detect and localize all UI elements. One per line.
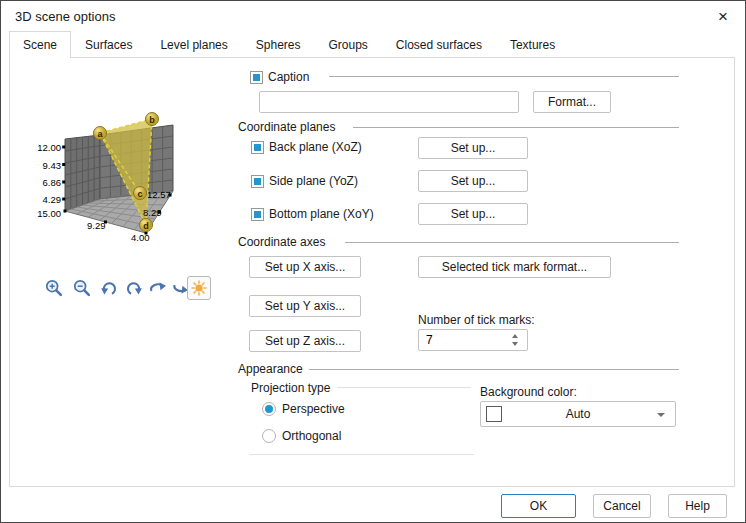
- setup-x-axis-button[interactable]: Set up X axis...: [249, 256, 361, 278]
- tick-count-input[interactable]: [419, 330, 506, 350]
- rotate-right-button[interactable]: [123, 277, 145, 299]
- orthogonal-radio[interactable]: [262, 429, 276, 443]
- tab-groups[interactable]: Groups: [314, 31, 381, 58]
- format-button[interactable]: Format...: [533, 91, 611, 113]
- z-axis-tick-label: 6.86: [43, 177, 62, 188]
- zoom-in-button[interactable]: [43, 277, 65, 299]
- rotate-left-button[interactable]: [98, 277, 120, 299]
- spinner-up-icon[interactable]: [512, 334, 518, 338]
- back-plane-setup-button[interactable]: Set up...: [418, 137, 528, 159]
- rotate-forward-icon: [148, 278, 168, 298]
- caption-checkbox[interactable]: [250, 71, 263, 84]
- x-axis-tick-label: 4.00: [131, 232, 150, 243]
- rotate-forward-button[interactable]: [147, 277, 169, 299]
- back-plane-checkbox[interactable]: [251, 141, 264, 154]
- tab-scene[interactable]: Scene: [9, 31, 71, 58]
- light-toggle-button[interactable]: [187, 276, 211, 300]
- tab-surfaces[interactable]: Surfaces: [71, 31, 146, 58]
- dialog-title: 3D scene options: [15, 9, 115, 24]
- x-axis-tick-label: 9.29: [87, 220, 106, 231]
- z-axis-tick-label: 4.29: [43, 194, 62, 205]
- vertex-label-d: d: [143, 221, 149, 231]
- zoom-out-icon: [72, 278, 92, 298]
- rotate-left-icon: [99, 278, 119, 298]
- background-color-dropdown[interactable]: Auto: [480, 401, 676, 427]
- vertex-label-b: b: [149, 115, 155, 125]
- zoom-out-button[interactable]: [71, 277, 93, 299]
- x-axis-tick-label: 15.00: [37, 208, 61, 219]
- tab-bar: Scene Surfaces Level planes Spheres Grou…: [9, 31, 569, 58]
- close-icon: ×: [718, 7, 728, 26]
- y-axis-tick-label: 8.29: [143, 207, 162, 218]
- spinner-down-icon[interactable]: [512, 342, 518, 346]
- help-button[interactable]: Help: [668, 494, 727, 518]
- cancel-button[interactable]: Cancel: [593, 494, 651, 518]
- z-axis-tick-label: 12.00: [37, 142, 61, 153]
- scene-preview[interactable]: 12.00 9.43 6.86 4.29 15.00 9.29 4.00 12.…: [19, 96, 199, 246]
- tab-level-planes[interactable]: Level planes: [146, 31, 241, 58]
- tab-textures[interactable]: Textures: [496, 31, 569, 58]
- perspective-radio[interactable]: [262, 402, 276, 416]
- 3d-scene-options-dialog: 3D scene options × Scene Surfaces Level …: [0, 0, 746, 523]
- bottom-plane-checkbox[interactable]: [251, 208, 264, 221]
- light-icon: [189, 278, 209, 298]
- side-plane-setup-button[interactable]: Set up...: [418, 170, 528, 192]
- setup-z-axis-button[interactable]: Set up Z axis...: [249, 330, 361, 352]
- tab-spheres[interactable]: Spheres: [242, 31, 315, 58]
- zoom-in-icon: [44, 278, 64, 298]
- bottom-plane-setup-button[interactable]: Set up...: [418, 203, 528, 225]
- vertex-label-c: c: [137, 189, 142, 199]
- ok-button[interactable]: OK: [501, 494, 576, 518]
- tick-count-spinner: [418, 329, 528, 351]
- tab-closed-surfaces[interactable]: Closed surfaces: [382, 31, 496, 58]
- setup-y-axis-button[interactable]: Set up Y axis...: [249, 295, 361, 317]
- z-axis-tick-label: 9.43: [43, 160, 62, 171]
- tick-format-button[interactable]: Selected tick mark format...: [418, 256, 611, 278]
- side-plane-checkbox[interactable]: [251, 175, 264, 188]
- chevron-down-icon: [657, 413, 665, 417]
- close-button[interactable]: ×: [709, 5, 737, 29]
- rotate-right-icon: [124, 278, 144, 298]
- y-axis-tick-label: 12.57: [147, 189, 171, 200]
- caption-input[interactable]: [259, 91, 519, 113]
- background-color-value: Auto: [481, 407, 675, 421]
